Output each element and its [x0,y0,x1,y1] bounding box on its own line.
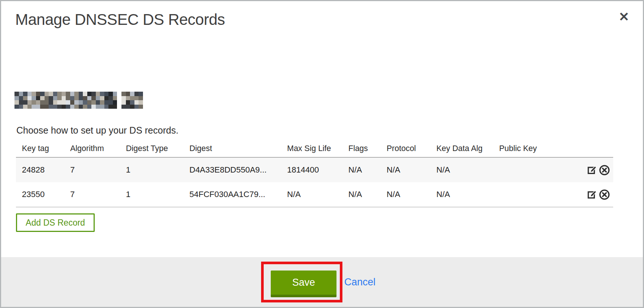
cell-protocol: N/A [381,165,430,175]
cell-digest: D4A33E8DD550A9... [183,165,281,175]
save-button[interactable]: Save [271,271,336,297]
ds-records-table: Key tag Algorithm Digest Type Digest Max… [16,140,613,207]
domain-name-redacted [14,92,143,109]
column-header-key-data-alg: Key Data Alg [430,144,493,153]
add-ds-record-button[interactable]: Add DS Record [16,213,95,232]
domain-pixelation-segment [14,92,117,109]
cell-flags: N/A [342,165,381,175]
circle-x-icon [599,171,610,177]
cell-flags: N/A [342,190,381,199]
cell-max-sig-life: 1814400 [281,165,342,175]
cell-digest-type: 1 [120,165,183,175]
domain-pixelation-segment [121,92,143,109]
cancel-link[interactable]: Cancel [344,276,375,288]
column-header-public-key: Public Key [493,144,549,153]
manage-dnssec-modal: Manage DNSSEC DS Records ✕ Choose how to… [0,0,644,308]
cell-max-sig-life: N/A [281,190,342,199]
cell-digest: 54FCF030AA1C79... [183,190,281,199]
edit-icon [586,171,598,177]
cell-key-tag: 24828 [16,165,64,175]
delete-record-button[interactable] [599,189,610,200]
column-header-key-tag: Key tag [16,144,64,153]
cell-algorithm: 7 [64,190,120,199]
column-header-algorithm: Algorithm [64,144,120,153]
column-header-protocol: Protocol [381,144,430,153]
delete-record-button[interactable] [599,164,610,176]
cell-algorithm: 7 [64,165,120,175]
cell-key-tag: 23550 [16,190,64,199]
edit-record-button[interactable] [586,164,598,176]
table-row: 24828 7 1 D4A33E8DD550A9... 1814400 N/A … [16,158,613,182]
cell-protocol: N/A [381,190,430,199]
edit-icon [586,196,598,201]
close-icon[interactable]: ✕ [616,9,632,25]
cell-digest-type: 1 [120,190,183,199]
row-actions [549,189,613,200]
row-actions [549,164,613,176]
cell-key-data-alg: N/A [430,165,493,175]
table-row: 23550 7 1 54FCF030AA1C79... N/A N/A N/A … [16,182,613,207]
table-header-row: Key tag Algorithm Digest Type Digest Max… [16,140,613,158]
edit-record-button[interactable] [586,189,598,200]
instruction-text: Choose how to set up your DS records. [16,125,178,136]
circle-x-icon [599,196,610,201]
page-title: Manage DNSSEC DS Records [15,11,225,29]
column-header-digest-type: Digest Type [120,144,183,153]
column-header-max-sig-life: Max Sig Life [281,144,342,153]
column-header-flags: Flags [342,144,381,153]
cell-key-data-alg: N/A [430,190,493,199]
column-header-digest: Digest [183,144,281,153]
